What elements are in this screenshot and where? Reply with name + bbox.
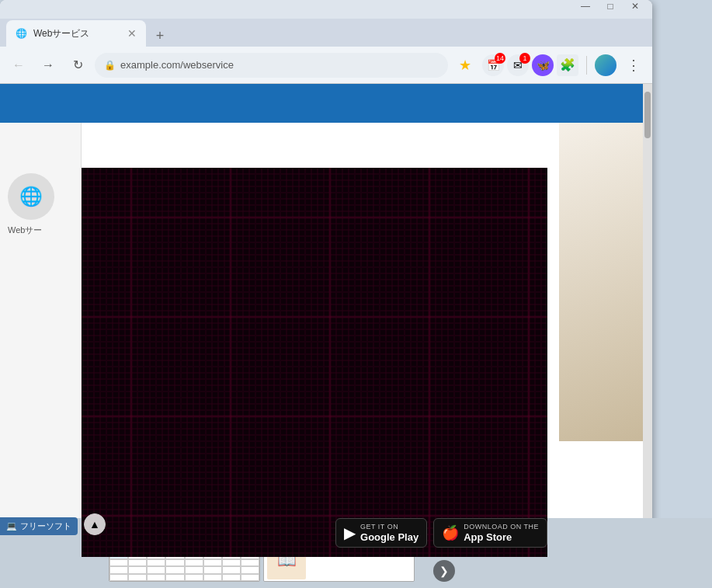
tab-title: Webサービス xyxy=(33,27,121,40)
excel-cell xyxy=(165,566,184,573)
apple-icon: 🍎 xyxy=(442,524,459,541)
site-header xyxy=(0,84,652,123)
extension-mail-icon[interactable]: ✉ 1 xyxy=(507,54,529,76)
excel-cell xyxy=(128,566,147,573)
excel-cell xyxy=(185,566,203,573)
maximize-button[interactable]: □ xyxy=(599,0,621,17)
bookmark-button[interactable]: ★ xyxy=(453,53,478,78)
content-area: 🌐 Webサー ▶ GET IT ON Google Pla xyxy=(0,84,652,557)
excel-cell xyxy=(203,566,222,573)
excel-cell xyxy=(147,566,165,573)
extension-butterfly-icon[interactable]: 🦋 xyxy=(532,54,554,76)
sidebar-logo: 🌐 Webサー xyxy=(0,162,82,557)
close-button[interactable]: ✕ xyxy=(624,0,646,17)
excel-cell xyxy=(222,566,241,573)
browser-tab[interactable]: 🌐 Webサービス ✕ xyxy=(6,20,146,47)
excel-cell xyxy=(241,559,259,566)
tab-close-icon[interactable]: ✕ xyxy=(127,27,137,40)
browser-window: 🌐 Webサービス ✕ + — □ ✕ ← → ↻ 🔒 example.com/… xyxy=(0,0,652,588)
app-store-text: Download on the App Store xyxy=(464,523,539,543)
window-controls: — □ ✕ xyxy=(575,0,646,17)
app-store-bottom-label: App Store xyxy=(464,531,539,544)
address-bar[interactable]: 🔒 example.com/webservice xyxy=(95,53,448,78)
title-bar: 🌐 Webサービス ✕ + — □ ✕ xyxy=(0,0,652,47)
google-play-text: GET IT ON Google Play xyxy=(360,523,419,543)
url-display: example.com/webservice xyxy=(120,59,439,71)
extension-icons: 📅 14 ✉ 1 🦋 🧩 xyxy=(482,54,578,76)
excel-cell xyxy=(203,574,222,581)
excel-cell xyxy=(165,574,184,581)
refresh-button[interactable]: ↻ xyxy=(65,53,90,78)
new-tab-button[interactable]: + xyxy=(149,25,171,47)
excel-cell xyxy=(222,574,241,581)
google-play-badge[interactable]: ▶ GET IT ON Google Play xyxy=(335,518,427,548)
scroll-up-button[interactable]: ▲ xyxy=(84,513,106,535)
excel-cell xyxy=(109,574,128,581)
app-store-top-label: Download on the xyxy=(464,523,539,531)
thumbnail-next-button[interactable]: ❯ xyxy=(433,560,455,582)
google-play-bottom-label: Google Play xyxy=(360,531,419,544)
back-button[interactable]: ← xyxy=(6,53,31,78)
excel-cell xyxy=(241,566,259,573)
excel-cell xyxy=(109,559,128,566)
free-software-label: フリーソフト xyxy=(20,520,71,532)
scrollbar[interactable] xyxy=(643,84,652,557)
excel-cell xyxy=(185,574,203,581)
minimize-button[interactable]: — xyxy=(575,0,596,17)
google-play-top-label: GET IT ON xyxy=(360,523,419,531)
extension-badge-2: 1 xyxy=(519,53,530,64)
menu-button[interactable]: ⋮ xyxy=(621,53,646,78)
excel-cell xyxy=(222,559,241,566)
app-store-badge[interactable]: 🍎 Download on the App Store xyxy=(433,518,547,548)
app-badges-container: ▶ GET IT ON Google Play 🍎 Download on th… xyxy=(335,518,547,548)
forward-button[interactable]: → xyxy=(36,53,61,78)
excel-cell xyxy=(165,559,184,566)
extension-badge: 14 xyxy=(495,53,505,64)
excel-cell xyxy=(147,559,165,566)
scroll-up-icon: ▲ xyxy=(89,518,100,531)
excel-cell xyxy=(109,566,128,573)
extensions-menu-icon[interactable]: 🧩 xyxy=(557,54,578,76)
profile-avatar[interactable] xyxy=(595,54,616,76)
excel-cell xyxy=(241,574,259,581)
excel-cell xyxy=(185,559,203,566)
excel-cell xyxy=(128,559,147,566)
excel-cell xyxy=(203,559,222,566)
site-image xyxy=(559,123,652,441)
free-software-badge[interactable]: 💻 フリーソフト xyxy=(0,517,78,535)
sidebar-label: Webサー xyxy=(8,224,73,236)
excel-cell xyxy=(128,574,147,581)
computer-icon: 💻 xyxy=(6,521,17,531)
next-arrow-icon: ❯ xyxy=(439,565,449,577)
excel-cell xyxy=(147,574,165,581)
extension-calendar-icon[interactable]: 📅 14 xyxy=(482,54,504,76)
tartan-overlay xyxy=(82,168,547,557)
google-play-icon: ▶ xyxy=(344,524,356,542)
scrollbar-thumb[interactable] xyxy=(644,92,651,138)
toolbar: ← → ↻ 🔒 example.com/webservice ★ 📅 14 ✉ … xyxy=(0,47,652,84)
toolbar-divider xyxy=(586,56,587,75)
tartan-canvas xyxy=(82,168,547,557)
site-sidebar: 🌐 Webサー xyxy=(0,123,82,557)
